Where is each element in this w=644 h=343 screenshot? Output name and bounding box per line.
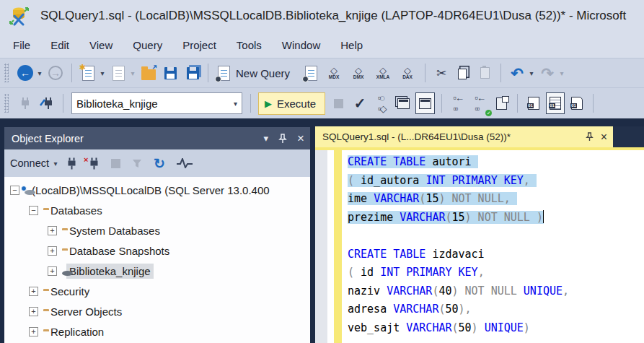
copy-button[interactable] bbox=[454, 62, 472, 84]
add-item-button[interactable] bbox=[109, 62, 128, 84]
redo-button[interactable]: ↷ bbox=[538, 62, 557, 84]
connect-object-button[interactable] bbox=[66, 157, 77, 170]
menu-edit[interactable]: Edit bbox=[40, 35, 79, 56]
new-file-button[interactable]: ✱ bbox=[79, 62, 97, 84]
tree-item-server[interactable]: − (LocalDB)\MSSQLLocalDB (SQL Server 13.… bbox=[4, 180, 310, 200]
cut-button[interactable]: ✂ bbox=[432, 62, 451, 84]
code-line[interactable]: ( id_autora INT PRIMARY KEY, bbox=[348, 172, 644, 191]
tab-sqlquery1[interactable]: SQLQuery1.sql - (L...DR64EU1\Dusa (52))*… bbox=[315, 126, 613, 147]
collapse-icon[interactable]: − bbox=[29, 206, 38, 215]
code-line[interactable]: prezime VARCHAR(15) NOT NULL ) bbox=[348, 209, 644, 227]
navigate-forward-button[interactable]: → bbox=[46, 62, 65, 84]
tree-item-database-snapshots[interactable]: + Database Snapshots bbox=[4, 240, 310, 261]
results-to-file-button[interactable]: 01 bbox=[568, 92, 586, 114]
back-icon: ← bbox=[17, 65, 33, 81]
stop-icon bbox=[334, 99, 343, 108]
sql-code-area[interactable]: CREATE TABLE autori( id_autora INT PRIMA… bbox=[342, 150, 644, 343]
client-statistics-button[interactable] bbox=[492, 92, 511, 114]
back-dropdown-caret[interactable]: ▾ bbox=[36, 69, 43, 77]
cancel-query-button[interactable] bbox=[329, 92, 348, 114]
tree-item-server-objects[interactable]: + Server Objects bbox=[4, 301, 310, 321]
collapse-icon[interactable]: − bbox=[10, 186, 19, 195]
expand-icon[interactable]: + bbox=[48, 266, 57, 276]
object-explorer-panel: Object Explorer ▾ × Connect ▾ × ↻ bbox=[4, 127, 310, 343]
parse-button[interactable]: ✓ bbox=[350, 92, 369, 114]
redo-dropdown-caret[interactable]: ▾ bbox=[558, 69, 565, 77]
database-engine-query-button[interactable] bbox=[301, 62, 320, 84]
toolbar-grip[interactable] bbox=[4, 64, 9, 82]
copy-icon bbox=[458, 69, 467, 79]
code-line[interactable]: veb_sajt VARCHAR(50) UNIQUE) bbox=[348, 319, 644, 338]
change-connection-button[interactable] bbox=[38, 92, 56, 114]
connect-query-button[interactable] bbox=[16, 92, 35, 114]
execute-button[interactable]: ▶ Execute bbox=[258, 92, 325, 115]
dax-query-button[interactable]: ◇ DAX bbox=[397, 62, 418, 84]
save-button[interactable] bbox=[161, 62, 180, 84]
combo-caret-icon: ▾ bbox=[234, 100, 237, 108]
connect-button-label[interactable]: Connect bbox=[10, 157, 49, 169]
expand-icon[interactable]: + bbox=[29, 307, 38, 316]
menu-tools[interactable]: Tools bbox=[226, 35, 272, 56]
actual-plan-icon: ▫←▫▫ bbox=[453, 92, 463, 114]
menu-project[interactable]: Project bbox=[172, 35, 226, 56]
add-item-dropdown-caret[interactable]: ▾ bbox=[129, 69, 136, 77]
object-explorer-header[interactable]: Object Explorer ▾ × bbox=[4, 127, 310, 149]
paste-button[interactable] bbox=[475, 62, 494, 84]
code-line[interactable]: adresa VARCHAR(50), bbox=[348, 300, 644, 319]
tree-item-replication[interactable]: + Replication bbox=[4, 321, 310, 342]
menu-view[interactable]: View bbox=[79, 35, 123, 56]
code-line[interactable]: ime VARCHAR(15) NOT NULL, bbox=[348, 190, 644, 209]
navigate-back-button[interactable]: ← bbox=[16, 62, 35, 84]
code-line[interactable]: CREATE TABLE autori bbox=[348, 153, 644, 172]
tree-item-security[interactable]: + Security bbox=[4, 281, 310, 301]
available-databases-combobox[interactable]: Biblioteka_knjige ▾ bbox=[71, 92, 242, 114]
close-icon[interactable]: × bbox=[297, 131, 304, 146]
undo-dropdown-caret[interactable]: ▾ bbox=[528, 69, 535, 77]
menu-window[interactable]: Window bbox=[272, 35, 330, 56]
expand-icon[interactable]: + bbox=[29, 287, 38, 296]
tree-item-biblioteka-knjige[interactable]: + Biblioteka_knjige bbox=[4, 261, 310, 281]
undo-button[interactable]: ↶ bbox=[508, 62, 526, 84]
xmla-query-button[interactable]: ◇ XMLA bbox=[372, 62, 394, 84]
stop-button[interactable] bbox=[111, 159, 120, 168]
expand-icon[interactable]: + bbox=[29, 327, 38, 337]
display-estimated-plan-button[interactable]: ▫◌▫◇ bbox=[372, 92, 391, 114]
window-position-caret-icon[interactable]: ▾ bbox=[264, 133, 269, 144]
results-to-grid-button[interactable]: 01 bbox=[546, 92, 565, 114]
results-to-text-button[interactable]: 01 bbox=[524, 92, 543, 114]
tree-item-system-databases[interactable]: + System Databases bbox=[4, 220, 310, 240]
code-line[interactable] bbox=[348, 227, 644, 246]
toolbar-grip[interactable] bbox=[4, 94, 9, 113]
filter-button[interactable] bbox=[132, 159, 142, 168]
expand-icon[interactable]: + bbox=[48, 226, 57, 235]
open-file-button[interactable] bbox=[139, 62, 158, 84]
indicator-margin[interactable] bbox=[315, 150, 327, 343]
include-live-statistics-button[interactable]: ▫←▫▫ ✓ bbox=[470, 92, 489, 114]
menu-file[interactable]: File bbox=[3, 35, 40, 56]
expand-icon[interactable]: + bbox=[48, 246, 57, 256]
query-options-icon bbox=[397, 98, 410, 109]
new-file-dropdown-caret[interactable]: ▾ bbox=[99, 69, 106, 77]
tab-close-icon[interactable]: × bbox=[601, 131, 607, 144]
intellisense-toggle-button[interactable] bbox=[415, 92, 435, 114]
new-query-button[interactable]: New Query bbox=[215, 62, 293, 84]
disconnect-object-button[interactable]: × bbox=[89, 157, 100, 170]
refresh-button[interactable]: ↻ bbox=[154, 157, 165, 170]
menu-query[interactable]: Query bbox=[123, 35, 172, 56]
code-line[interactable]: CREATE TABLE izdavaci bbox=[348, 246, 644, 264]
tree-item-databases[interactable]: − Databases bbox=[4, 200, 310, 220]
menu-help[interactable]: Help bbox=[330, 35, 373, 56]
save-all-button[interactable] bbox=[182, 62, 201, 84]
pin-icon[interactable] bbox=[278, 134, 287, 144]
activity-monitor-button[interactable] bbox=[177, 158, 193, 168]
connect-dropdown-caret[interactable]: ▾ bbox=[52, 160, 59, 168]
code-line[interactable]: ( id INT PRIMARY KEY, bbox=[348, 264, 644, 282]
dmx-query-button[interactable]: ◇ DMX bbox=[348, 62, 369, 84]
code-line[interactable]: naziv VARCHAR(40) NOT NULL UNIQUE, bbox=[348, 282, 644, 301]
results-to-text-icon: 01 bbox=[528, 97, 539, 110]
mdx-label: MDX bbox=[329, 74, 339, 79]
include-actual-plan-button[interactable]: ▫←▫▫ bbox=[449, 92, 467, 114]
mdx-query-button[interactable]: ◇ MDX bbox=[323, 62, 345, 84]
tab-pin-icon[interactable] bbox=[586, 132, 594, 142]
query-options-button[interactable] bbox=[394, 92, 413, 114]
